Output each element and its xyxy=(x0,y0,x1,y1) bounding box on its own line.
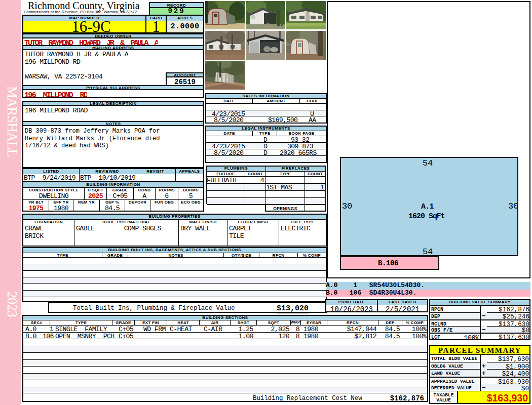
svg-text:MARSHALL: MARSHALL xyxy=(5,86,20,157)
svg-text:2023: 2023 xyxy=(5,291,20,317)
